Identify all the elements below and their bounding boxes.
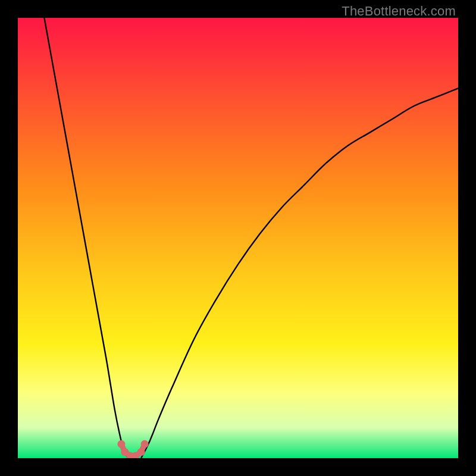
plot-area xyxy=(18,18,458,458)
watermark-text: TheBottleneck.com xyxy=(342,4,456,19)
optimum-point xyxy=(141,440,149,448)
optimum-point xyxy=(117,440,125,448)
optimum-markers xyxy=(117,440,148,458)
curve-right-branch xyxy=(141,88,458,458)
bottleneck-curve xyxy=(18,18,458,458)
optimum-point xyxy=(137,448,145,456)
curve-left-branch xyxy=(44,18,128,458)
chart-frame: TheBottleneck.com xyxy=(0,0,476,476)
